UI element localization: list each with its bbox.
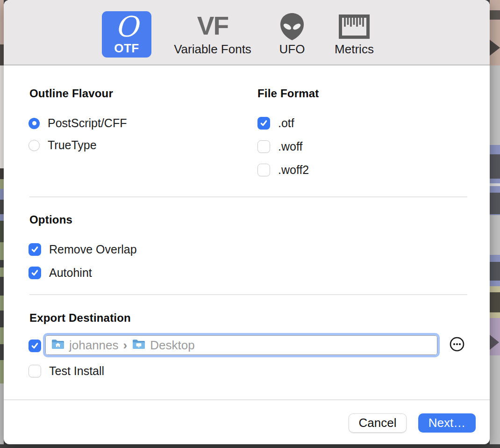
- checkbox-row-autohint: Autohint: [29, 266, 92, 280]
- tab-otf-label: OTF: [114, 41, 139, 56]
- woff-checkbox-label: .woff: [278, 140, 302, 153]
- tab-ufo[interactable]: UFO: [269, 11, 315, 58]
- radio-row-postscript: PostScript/CFF: [29, 116, 127, 130]
- tab-metrics-label: Metrics: [335, 42, 374, 57]
- postscript-radio[interactable]: [29, 118, 40, 129]
- background-cell: [490, 292, 500, 312]
- checkbox-row-woff: .woff: [257, 140, 302, 153]
- tab-variable-fonts-label: Variable Fonts: [174, 42, 251, 57]
- background-cell: [490, 193, 500, 214]
- postscript-radio-label: PostScript/CFF: [48, 116, 127, 130]
- background-glyph-shape: [490, 335, 499, 350]
- file-format-heading: File Format: [257, 87, 319, 100]
- path-segment-home[interactable]: johannes: [51, 338, 119, 353]
- vf-icon: VF: [197, 12, 228, 39]
- background-app-left-edge: [0, 0, 4, 444]
- cancel-button[interactable]: Cancel: [349, 413, 407, 433]
- test-install-checkbox[interactable]: [29, 365, 41, 377]
- checkbox-row-otf: .otf: [257, 116, 294, 130]
- background-glyph-shape: [490, 40, 500, 56]
- radio-row-truetype: TrueType: [29, 138, 97, 152]
- options-heading: Options: [29, 213, 72, 226]
- ellipsis-icon: [449, 336, 465, 354]
- test-install-label: Test Install: [49, 364, 104, 378]
- destination-path-field[interactable]: johannes › Desktop: [43, 333, 440, 357]
- remove-overlap-label: Remove Overlap: [49, 243, 137, 256]
- ruler-icon: [339, 11, 370, 42]
- truetype-radio-label: TrueType: [48, 138, 97, 152]
- tab-variable-fonts[interactable]: VF Variable Fonts: [162, 11, 263, 58]
- screen: O OTF VF Variable Fonts UFO: [0, 0, 500, 448]
- home-folder-icon: [51, 339, 65, 352]
- choose-destination-button[interactable]: [449, 336, 465, 353]
- next-button[interactable]: Next…: [418, 413, 476, 433]
- truetype-radio[interactable]: [29, 140, 40, 151]
- checkbox-row-woff2: .woff2: [257, 163, 309, 177]
- divider: [4, 399, 490, 400]
- destination-enable-row: [29, 340, 41, 352]
- alien-icon: [280, 11, 304, 42]
- autohint-label: Autohint: [49, 266, 92, 280]
- background-app-right-edge: [490, 0, 500, 444]
- tab-otf[interactable]: O OTF: [102, 11, 151, 58]
- checkbox-row-test-install: Test Install: [29, 364, 104, 378]
- woff2-checkbox[interactable]: [257, 164, 270, 176]
- divider: [29, 196, 467, 197]
- outline-flavour-heading: Outline Flavour: [29, 87, 113, 100]
- export-toolbar: O OTF VF Variable Fonts UFO: [4, 0, 490, 65]
- tab-ufo-label: UFO: [279, 42, 305, 57]
- background-cell: [490, 154, 500, 179]
- path-segment-home-label: johannes: [69, 338, 119, 353]
- destination-checkbox[interactable]: [29, 340, 41, 352]
- autohint-checkbox[interactable]: [29, 267, 41, 279]
- otf-checkbox-label: .otf: [278, 116, 294, 130]
- divider: [29, 294, 467, 295]
- remove-overlap-checkbox[interactable]: [29, 243, 41, 256]
- serif-o-icon: O: [115, 12, 138, 41]
- checkbox-row-remove-overlap: Remove Overlap: [29, 243, 137, 256]
- export-dialog: O OTF VF Variable Fonts UFO: [4, 0, 490, 444]
- otf-checkbox[interactable]: [257, 117, 270, 130]
- woff2-checkbox-label: .woff2: [278, 163, 309, 177]
- tab-metrics[interactable]: Metrics: [326, 11, 382, 58]
- background-cell: [490, 10, 500, 20]
- background-cell: [490, 262, 500, 281]
- woff-checkbox[interactable]: [257, 140, 270, 153]
- path-segment-desktop[interactable]: Desktop: [132, 338, 194, 353]
- desktop-folder-icon: [132, 339, 146, 352]
- path-separator-chevron: ›: [123, 338, 128, 353]
- export-destination-heading: Export Destination: [29, 311, 131, 325]
- path-segment-desktop-label: Desktop: [150, 338, 194, 353]
